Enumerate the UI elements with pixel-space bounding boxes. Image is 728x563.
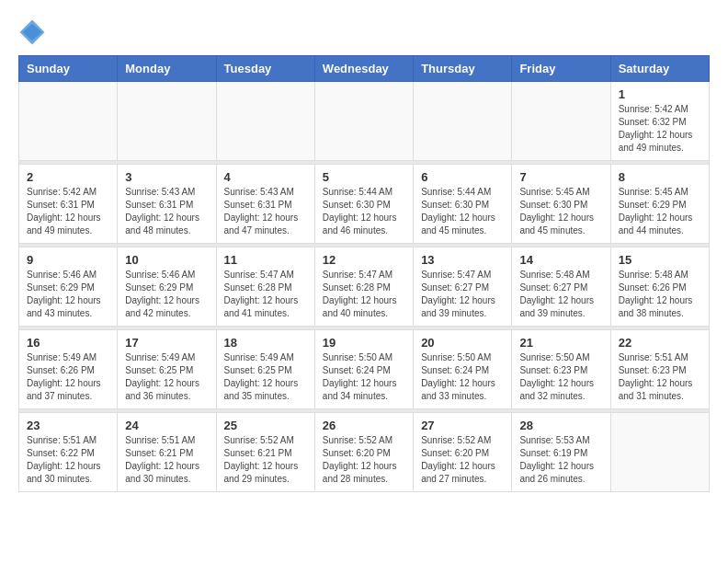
day-number: 1 <box>619 87 701 101</box>
calendar-day-cell: 1Sunrise: 5:42 AM Sunset: 6:32 PM Daylig… <box>610 82 709 161</box>
day-info: Sunrise: 5:44 AM Sunset: 6:30 PM Dayligh… <box>323 186 405 237</box>
day-number: 16 <box>27 336 109 350</box>
calendar-day-cell: 12Sunrise: 5:47 AM Sunset: 6:28 PM Dayli… <box>314 247 413 327</box>
calendar-day-cell: 2Sunrise: 5:42 AM Sunset: 6:31 PM Daylig… <box>19 165 118 244</box>
calendar-day-cell <box>118 82 216 161</box>
calendar-day-header: Sunday <box>19 56 118 82</box>
day-info: Sunrise: 5:42 AM Sunset: 6:31 PM Dayligh… <box>27 186 109 237</box>
calendar-day-header: Wednesday <box>314 56 413 82</box>
page-header <box>18 18 710 46</box>
day-info: Sunrise: 5:47 AM Sunset: 6:27 PM Dayligh… <box>421 269 504 320</box>
calendar-week-row: 1Sunrise: 5:42 AM Sunset: 6:32 PM Daylig… <box>19 82 710 161</box>
calendar-day-cell: 24Sunrise: 5:51 AM Sunset: 6:21 PM Dayli… <box>118 413 216 492</box>
calendar-day-header: Tuesday <box>216 56 314 82</box>
day-number: 10 <box>125 253 208 267</box>
calendar-day-cell: 7Sunrise: 5:45 AM Sunset: 6:30 PM Daylig… <box>512 165 610 244</box>
day-number: 18 <box>224 336 307 350</box>
calendar-day-cell: 3Sunrise: 5:43 AM Sunset: 6:31 PM Daylig… <box>118 165 216 244</box>
calendar-day-cell: 9Sunrise: 5:46 AM Sunset: 6:29 PM Daylig… <box>19 247 118 327</box>
day-number: 24 <box>125 419 208 432</box>
day-number: 26 <box>323 419 405 432</box>
day-number: 2 <box>27 170 109 184</box>
day-number: 22 <box>619 336 701 350</box>
calendar-week-row: 16Sunrise: 5:49 AM Sunset: 6:26 PM Dayli… <box>19 330 710 409</box>
calendar-header-row: SundayMondayTuesdayWednesdayThursdayFrid… <box>19 56 710 82</box>
day-info: Sunrise: 5:51 AM Sunset: 6:22 PM Dayligh… <box>27 434 109 486</box>
calendar-day-cell: 21Sunrise: 5:50 AM Sunset: 6:23 PM Dayli… <box>512 330 610 409</box>
logo <box>18 18 50 46</box>
day-number: 9 <box>27 253 109 267</box>
day-number: 27 <box>421 419 504 432</box>
calendar-day-cell: 25Sunrise: 5:52 AM Sunset: 6:21 PM Dayli… <box>216 413 314 492</box>
calendar-day-cell <box>414 82 512 161</box>
calendar-day-cell: 5Sunrise: 5:44 AM Sunset: 6:30 PM Daylig… <box>314 165 413 244</box>
day-number: 15 <box>619 253 701 267</box>
day-number: 21 <box>519 336 602 350</box>
day-info: Sunrise: 5:48 AM Sunset: 6:26 PM Dayligh… <box>619 269 701 320</box>
day-number: 5 <box>323 170 405 184</box>
day-info: Sunrise: 5:47 AM Sunset: 6:28 PM Dayligh… <box>323 269 405 320</box>
day-number: 14 <box>519 253 602 267</box>
day-number: 19 <box>323 336 405 350</box>
calendar-day-cell: 17Sunrise: 5:49 AM Sunset: 6:25 PM Dayli… <box>118 330 216 409</box>
day-info: Sunrise: 5:45 AM Sunset: 6:29 PM Dayligh… <box>619 186 701 237</box>
calendar-day-cell: 20Sunrise: 5:50 AM Sunset: 6:24 PM Dayli… <box>414 330 512 409</box>
calendar-week-row: 2Sunrise: 5:42 AM Sunset: 6:31 PM Daylig… <box>19 165 710 244</box>
day-info: Sunrise: 5:44 AM Sunset: 6:30 PM Dayligh… <box>421 186 504 237</box>
svg-marker-1 <box>23 24 42 40</box>
calendar-table: SundayMondayTuesdayWednesdayThursdayFrid… <box>18 55 710 492</box>
calendar-day-header: Thursday <box>414 56 512 82</box>
day-info: Sunrise: 5:45 AM Sunset: 6:30 PM Dayligh… <box>519 186 602 237</box>
day-info: Sunrise: 5:47 AM Sunset: 6:28 PM Dayligh… <box>224 269 307 320</box>
day-info: Sunrise: 5:53 AM Sunset: 6:19 PM Dayligh… <box>519 434 602 486</box>
day-info: Sunrise: 5:49 AM Sunset: 6:26 PM Dayligh… <box>27 351 109 403</box>
calendar-day-cell: 15Sunrise: 5:48 AM Sunset: 6:26 PM Dayli… <box>610 247 709 327</box>
day-number: 17 <box>125 336 208 350</box>
day-number: 3 <box>125 170 208 184</box>
calendar-day-cell <box>610 413 709 492</box>
calendar-day-cell: 22Sunrise: 5:51 AM Sunset: 6:23 PM Dayli… <box>610 330 709 409</box>
calendar-day-cell <box>216 82 314 161</box>
day-info: Sunrise: 5:42 AM Sunset: 6:32 PM Dayligh… <box>619 103 701 155</box>
day-number: 11 <box>224 253 307 267</box>
calendar-day-cell: 14Sunrise: 5:48 AM Sunset: 6:27 PM Dayli… <box>512 247 610 327</box>
calendar-day-cell: 23Sunrise: 5:51 AM Sunset: 6:22 PM Dayli… <box>19 413 118 492</box>
day-number: 4 <box>224 170 307 184</box>
day-info: Sunrise: 5:46 AM Sunset: 6:29 PM Dayligh… <box>125 269 208 320</box>
day-number: 6 <box>421 170 504 184</box>
calendar-day-header: Saturday <box>610 56 709 82</box>
day-number: 28 <box>519 419 602 432</box>
day-info: Sunrise: 5:50 AM Sunset: 6:24 PM Dayligh… <box>323 351 405 403</box>
day-info: Sunrise: 5:49 AM Sunset: 6:25 PM Dayligh… <box>224 351 307 403</box>
day-number: 7 <box>519 170 602 184</box>
day-number: 20 <box>421 336 504 350</box>
day-number: 12 <box>323 253 405 267</box>
logo-icon <box>18 18 46 46</box>
day-number: 13 <box>421 253 504 267</box>
calendar-day-cell: 6Sunrise: 5:44 AM Sunset: 6:30 PM Daylig… <box>414 165 512 244</box>
day-info: Sunrise: 5:43 AM Sunset: 6:31 PM Dayligh… <box>224 186 307 237</box>
day-number: 23 <box>27 419 109 432</box>
calendar-day-cell: 13Sunrise: 5:47 AM Sunset: 6:27 PM Dayli… <box>414 247 512 327</box>
calendar-week-row: 23Sunrise: 5:51 AM Sunset: 6:22 PM Dayli… <box>19 413 710 492</box>
day-info: Sunrise: 5:50 AM Sunset: 6:24 PM Dayligh… <box>421 351 504 403</box>
calendar-day-header: Monday <box>118 56 216 82</box>
calendar-day-cell <box>314 82 413 161</box>
calendar-day-cell: 26Sunrise: 5:52 AM Sunset: 6:20 PM Dayli… <box>314 413 413 492</box>
calendar-day-cell: 28Sunrise: 5:53 AM Sunset: 6:19 PM Dayli… <box>512 413 610 492</box>
calendar-day-cell: 11Sunrise: 5:47 AM Sunset: 6:28 PM Dayli… <box>216 247 314 327</box>
day-info: Sunrise: 5:43 AM Sunset: 6:31 PM Dayligh… <box>125 186 208 237</box>
calendar-day-cell <box>512 82 610 161</box>
calendar-day-cell: 18Sunrise: 5:49 AM Sunset: 6:25 PM Dayli… <box>216 330 314 409</box>
calendar-day-header: Friday <box>512 56 610 82</box>
day-number: 25 <box>224 419 307 432</box>
day-info: Sunrise: 5:49 AM Sunset: 6:25 PM Dayligh… <box>125 351 208 403</box>
day-info: Sunrise: 5:50 AM Sunset: 6:23 PM Dayligh… <box>519 351 602 403</box>
day-info: Sunrise: 5:46 AM Sunset: 6:29 PM Dayligh… <box>27 269 109 320</box>
day-info: Sunrise: 5:51 AM Sunset: 6:23 PM Dayligh… <box>619 351 701 403</box>
day-info: Sunrise: 5:52 AM Sunset: 6:20 PM Dayligh… <box>323 434 405 486</box>
calendar-day-cell: 27Sunrise: 5:52 AM Sunset: 6:20 PM Dayli… <box>414 413 512 492</box>
day-info: Sunrise: 5:52 AM Sunset: 6:21 PM Dayligh… <box>224 434 307 486</box>
day-info: Sunrise: 5:51 AM Sunset: 6:21 PM Dayligh… <box>125 434 208 486</box>
day-info: Sunrise: 5:52 AM Sunset: 6:20 PM Dayligh… <box>421 434 504 486</box>
